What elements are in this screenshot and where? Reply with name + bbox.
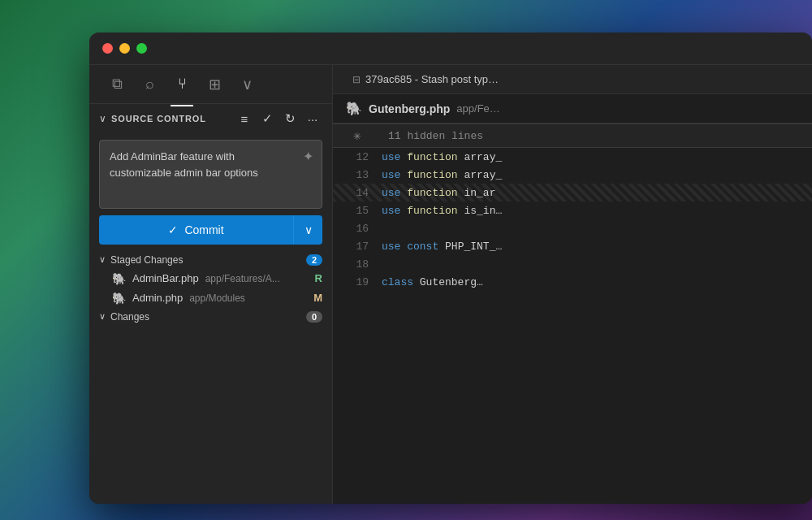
php-icon-admin: 🐘 — [112, 292, 126, 305]
file-heading: 🐘 Gutenberg.php app/Fe… — [333, 94, 812, 124]
line-num-13: 13 — [333, 169, 382, 181]
admin-status: M — [313, 292, 322, 304]
hidden-lines-indicator[interactable]: ✳ 11 hidden lines — [333, 124, 812, 148]
commit-dropdown-button[interactable]: ∨ — [293, 215, 322, 245]
check-all-icon[interactable]: ✓ — [257, 109, 277, 128]
source-control-nav-icon[interactable]: ⑂ — [167, 70, 197, 99]
minimize-button[interactable] — [119, 43, 130, 54]
commit-check-icon: ✓ — [168, 223, 178, 236]
staged-changes-chevron: ∨ — [99, 254, 106, 265]
file-heading-name: Gutenberg.php — [369, 102, 450, 115]
line-content-13: use function array_ — [382, 169, 502, 181]
snowflake-icon: ✳ — [353, 128, 361, 144]
commit-dropdown-arrow: ∨ — [304, 223, 313, 236]
tab-bar: ⊟ 379ac685 - Stash post typ… — [333, 65, 812, 94]
kw-fn-14: function — [407, 187, 464, 199]
file-heading-icon: 🐘 — [346, 101, 362, 116]
title-bar — [89, 32, 812, 65]
line-num-15: 15 — [333, 205, 382, 217]
adminbar-filepath: app/Features/A... — [205, 273, 309, 284]
changes-badge: 0 — [306, 311, 322, 323]
admin-filepath: app/Modules — [189, 292, 307, 304]
php-icon-adminbar: 🐘 — [112, 272, 126, 285]
code-tab[interactable]: ⊟ 379ac685 - Stash post typ… — [343, 70, 508, 89]
kw-class-19: class — [382, 276, 420, 288]
commit-button-row: ✓ Commit ∨ — [99, 215, 322, 245]
maximize-button[interactable] — [136, 43, 147, 54]
line-num-17: 17 — [333, 240, 382, 253]
close-button[interactable] — [102, 43, 113, 54]
changes-chevron: ∨ — [99, 311, 106, 322]
fn-name-14: in_ar — [464, 187, 495, 199]
adminbar-filename: AdminBar.php — [132, 272, 199, 284]
const-name-17: PHP_INT_… — [445, 240, 502, 253]
commit-area: Add AdminBar feature with customizable a… — [89, 133, 332, 215]
kw-use-15: use — [382, 205, 407, 217]
sc-chevron-icon[interactable]: ∨ — [99, 113, 106, 124]
kw-use-13: use — [382, 169, 407, 181]
code-line-14: 14 use function in_ar — [333, 184, 812, 202]
kw-use-17: use — [382, 240, 407, 253]
left-panel: ⧉ ⌕ ⑂ ⊞ ∨ ∨ SOURCE CONTROL ≡ ✓ ↻ ··· — [89, 65, 333, 504]
changes-header[interactable]: ∨ Changes 0 — [89, 308, 332, 326]
staged-file-admin[interactable]: 🐘 Admin.php app/Modules M — [89, 288, 332, 308]
commit-label: Commit — [184, 223, 223, 236]
fn-name-13: array_ — [464, 169, 502, 181]
sc-actions: ≡ ✓ ↻ ··· — [235, 109, 322, 128]
commit-main-button[interactable]: ✓ Commit — [99, 215, 293, 245]
fn-name-15: is_in… — [464, 205, 502, 217]
kw-use-14: use — [382, 187, 407, 199]
list-icon[interactable]: ≡ — [235, 109, 254, 128]
line-content-17: use const PHP_INT_… — [382, 240, 502, 253]
sparkle-icon[interactable]: ✦ — [303, 149, 313, 164]
code-line-18: 18 — [333, 255, 812, 273]
class-name-19: Gutenberg… — [420, 276, 483, 288]
source-control-header: ∨ SOURCE CONTROL ≡ ✓ ↻ ··· — [89, 104, 332, 133]
line-content-14: use function in_ar — [382, 187, 495, 199]
refresh-icon[interactable]: ↻ — [280, 109, 300, 128]
traffic-lights — [102, 43, 147, 54]
search-icon[interactable]: ⌕ — [135, 70, 164, 99]
tab-title: 379ac685 - Stash post typ… — [365, 73, 499, 85]
code-line-13: 13 use function array_ — [333, 166, 812, 184]
kw-use-12: use — [382, 151, 407, 163]
more-nav-icon[interactable]: ∨ — [232, 70, 261, 99]
staged-file-adminbar[interactable]: 🐘 AdminBar.php app/Features/A... R — [89, 269, 332, 288]
fn-name-12: array_ — [464, 151, 502, 163]
line-num-19: 19 — [333, 276, 382, 288]
extensions-icon[interactable]: ⊞ — [200, 70, 229, 99]
line-num-18: 18 — [333, 258, 382, 271]
admin-filename: Admin.php — [132, 292, 183, 304]
window-body: ⧉ ⌕ ⑂ ⊞ ∨ ∨ SOURCE CONTROL ≡ ✓ ↻ ··· — [89, 65, 812, 504]
right-panel: ⊟ 379ac685 - Stash post typ… 🐘 Gutenberg… — [333, 65, 812, 504]
file-heading-path: app/Fe… — [456, 102, 499, 115]
line-content-19: class Gutenberg… — [382, 276, 483, 288]
line-num-16: 16 — [333, 223, 382, 235]
kw-fn-12: function — [407, 151, 464, 163]
line-num-12: 12 — [333, 151, 382, 163]
line-content-15: use function is_in… — [382, 205, 502, 217]
kw-const-17: const — [407, 240, 445, 253]
changes-title: Changes — [110, 311, 301, 323]
staged-changes-title: Staged Changes — [110, 254, 301, 266]
source-control-title: SOURCE CONTROL — [111, 114, 230, 124]
staged-changes-badge: 2 — [306, 254, 322, 266]
code-line-19: 19 class Gutenberg… — [333, 273, 812, 291]
code-line-17: 17 use const PHP_INT_… — [333, 237, 812, 255]
code-line-15: 15 use function is_in… — [333, 202, 812, 219]
code-line-12: 12 use function array_ — [333, 148, 812, 166]
line-content-12: use function array_ — [382, 151, 502, 163]
commit-message-wrapper: Add AdminBar feature with customizable a… — [99, 140, 322, 209]
commit-message-input[interactable]: Add AdminBar feature with customizable a… — [110, 149, 289, 197]
main-window: ⧉ ⌕ ⑂ ⊞ ∨ ∨ SOURCE CONTROL ≡ ✓ ↻ ··· — [89, 32, 812, 504]
adminbar-status: R — [315, 272, 322, 284]
explorer-icon[interactable]: ⧉ — [102, 70, 132, 99]
kw-fn-15: function — [407, 205, 464, 217]
hidden-lines-text: 11 hidden lines — [388, 130, 483, 142]
tab-diff-icon: ⊟ — [352, 74, 361, 85]
staged-changes-header[interactable]: ∨ Staged Changes 2 — [89, 251, 332, 269]
more-actions-icon[interactable]: ··· — [303, 109, 322, 128]
kw-fn-13: function — [407, 169, 464, 181]
line-num-14: 14 — [333, 187, 382, 199]
hidden-lines-gutter: ✳ — [333, 128, 382, 144]
